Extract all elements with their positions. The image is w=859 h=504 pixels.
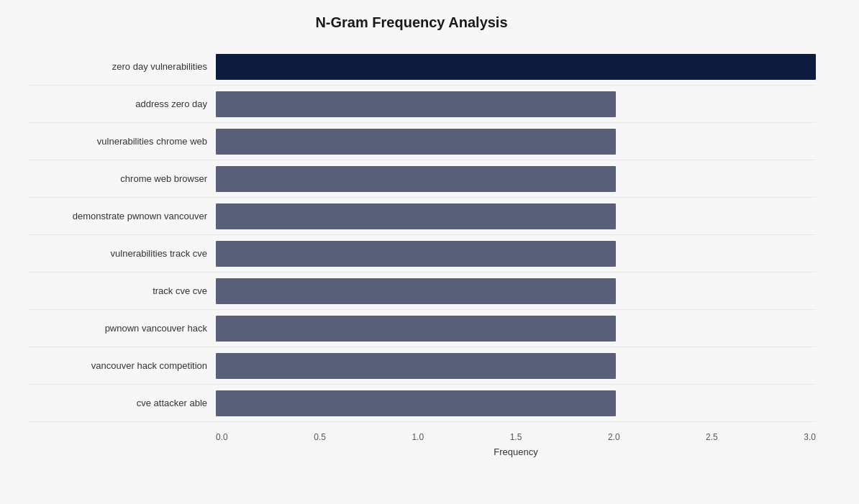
- bar-fill: [216, 316, 616, 342]
- x-axis: 0.00.51.01.52.02.53.0: [216, 429, 816, 442]
- bar-label: demonstrate pwnown vancouver: [29, 211, 216, 221]
- bar-row: chrome web browser: [29, 160, 816, 198]
- bar-row: pwnown vancouver hack: [29, 310, 816, 347]
- bar-track: [216, 316, 816, 342]
- bar-fill: [216, 54, 816, 80]
- bar-label: chrome web browser: [29, 173, 216, 184]
- bar-label: pwnown vancouver hack: [29, 323, 216, 334]
- bar-label: vulnerabilities chrome web: [29, 136, 216, 147]
- bar-fill: [216, 353, 616, 379]
- chart-area: zero day vulnerabilitiesaddress zero day…: [29, 48, 816, 457]
- bar-track: [216, 241, 816, 267]
- bar-track: [216, 54, 816, 80]
- x-tick: 0.5: [314, 429, 326, 442]
- bar-track: [216, 91, 816, 117]
- chart-container: N-Gram Frequency Analysis zero day vulne…: [0, 0, 859, 504]
- bar-label: cve attacker able: [29, 398, 216, 408]
- bar-row: zero day vulnerabilities: [29, 48, 816, 86]
- bar-row: track cve cve: [29, 272, 816, 310]
- bar-label: zero day vulnerabilities: [29, 61, 216, 72]
- bar-fill: [216, 241, 616, 267]
- chart-title: N-Gram Frequency Analysis: [7, 14, 816, 31]
- x-tick: 1.5: [510, 429, 522, 442]
- x-tick-label: 1.5: [510, 432, 522, 442]
- x-axis-title: Frequency: [216, 446, 816, 457]
- bar-fill: [216, 390, 616, 416]
- x-tick: 2.5: [706, 429, 718, 442]
- bar-label: address zero day: [29, 98, 216, 109]
- x-tick: 0.0: [216, 429, 228, 442]
- bar-row: vancouver hack competition: [29, 347, 816, 385]
- bar-track: [216, 166, 816, 192]
- bar-track: [216, 278, 816, 304]
- x-tick-label: 0.5: [314, 432, 326, 442]
- bar-row: address zero day: [29, 86, 816, 123]
- bar-label: vancouver hack competition: [29, 360, 216, 371]
- bar-row: vulnerabilities chrome web: [29, 123, 816, 160]
- bar-fill: [216, 166, 616, 192]
- bar-label: vulnerabilities track cve: [29, 248, 216, 259]
- bar-fill: [216, 203, 616, 229]
- bar-track: [216, 353, 816, 379]
- bar-label: track cve cve: [29, 285, 216, 296]
- x-tick: 1.0: [412, 429, 424, 442]
- bar-fill: [216, 278, 616, 304]
- bar-row: vulnerabilities track cve: [29, 235, 816, 272]
- bar-row: demonstrate pwnown vancouver: [29, 198, 816, 235]
- x-tick: 2.0: [608, 429, 620, 442]
- bar-fill: [216, 129, 616, 155]
- bar-row: cve attacker able: [29, 385, 816, 422]
- x-tick-label: 0.0: [216, 432, 228, 442]
- x-tick-label: 2.5: [706, 432, 718, 442]
- x-tick: 3.0: [804, 429, 816, 442]
- bar-track: [216, 203, 816, 229]
- x-tick-label: 3.0: [804, 432, 816, 442]
- x-tick-label: 2.0: [608, 432, 620, 442]
- bar-track: [216, 390, 816, 416]
- x-tick-label: 1.0: [412, 432, 424, 442]
- bar-track: [216, 129, 816, 155]
- bars-container: zero day vulnerabilitiesaddress zero day…: [29, 48, 816, 422]
- bar-fill: [216, 91, 616, 117]
- x-axis-inner: 0.00.51.01.52.02.53.0: [216, 429, 816, 442]
